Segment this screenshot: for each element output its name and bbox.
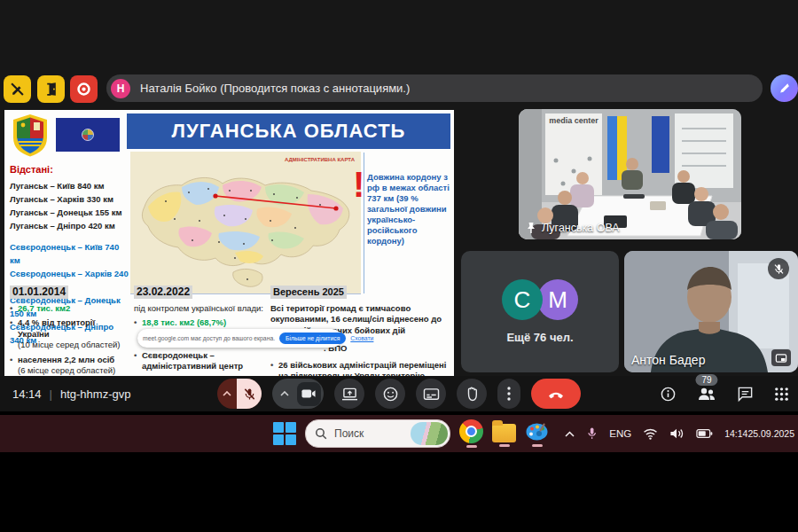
avatar: M bbox=[537, 279, 578, 320]
camera-options-chevron[interactable] bbox=[274, 379, 295, 409]
shared-screen-slide: ЛУГАНСЬКА ОБЛАСТЬ Відстані: Луганськ – К… bbox=[4, 110, 454, 377]
tray-overflow-chevron[interactable] bbox=[565, 431, 575, 437]
hide-notice-link[interactable]: Сховати bbox=[350, 335, 373, 341]
tray-mic-in-use[interactable] bbox=[586, 426, 598, 441]
population-line: (6 місце серед областей) bbox=[18, 365, 128, 377]
active-app-indicator bbox=[499, 444, 510, 447]
more-options-button[interactable] bbox=[497, 379, 520, 409]
flag-emblem-icon bbox=[82, 129, 94, 141]
search-icon bbox=[315, 427, 327, 440]
annotations-off-icon bbox=[10, 82, 25, 97]
map-caption: АДМІНІСТРАТИВНА КАРТА bbox=[285, 157, 356, 162]
presenter-banner[interactable]: Н Наталія Бойко (Проводится показ с анно… bbox=[106, 74, 763, 102]
video-tile-pinned[interactable]: media center bbox=[519, 109, 741, 239]
record-button[interactable] bbox=[70, 75, 98, 103]
presenter-avatar: Н bbox=[111, 79, 130, 98]
vpo-line: . ВПО bbox=[324, 343, 450, 355]
mic-options-chevron[interactable] bbox=[217, 379, 237, 409]
divider: | bbox=[50, 387, 52, 401]
start-button[interactable] bbox=[273, 422, 296, 445]
present-screen-button[interactable] bbox=[334, 379, 364, 409]
date-2025: Вересень 2025 bbox=[270, 286, 347, 299]
windows-taskbar: ENG 14:14 bbox=[0, 415, 798, 452]
more-vert-icon bbox=[507, 387, 511, 401]
search-input[interactable] bbox=[332, 426, 412, 441]
meeting-info: 14:14 | htg-hhmz-gvp bbox=[12, 376, 130, 411]
activities-button[interactable] bbox=[774, 387, 789, 402]
presenter-text: Наталія Бойко (Проводится показ с аннота… bbox=[140, 82, 410, 95]
date-2014: 01.01.2014 bbox=[10, 286, 68, 299]
conference-room-scene: media center bbox=[519, 109, 741, 239]
end-call-button[interactable] bbox=[531, 379, 581, 409]
pinned-tile-name: Луганська ОВА bbox=[542, 222, 620, 234]
population-line: населення 2,2 млн осіб bbox=[18, 355, 128, 366]
share-line: 4,4 % від території України bbox=[18, 317, 128, 340]
control-subtitle: під контролем української влади: bbox=[134, 303, 267, 315]
screen: Н Наталія Бойко (Проводится показ с анно… bbox=[0, 0, 798, 532]
distances-header: Відстані: bbox=[10, 163, 129, 176]
wifi-icon bbox=[643, 428, 658, 440]
taskbar-search[interactable] bbox=[305, 419, 450, 448]
warning-exclamation: ! bbox=[353, 167, 364, 202]
chrome-icon bbox=[459, 419, 483, 443]
pin-icon bbox=[526, 222, 536, 234]
meeting-details-button[interactable] bbox=[660, 386, 677, 403]
active-app-indicator bbox=[466, 445, 477, 448]
participants-button[interactable]: 79 bbox=[697, 386, 716, 402]
video-tile-speaker[interactable]: Антон Бадер bbox=[624, 251, 798, 372]
mic-mute-button[interactable] bbox=[217, 379, 262, 409]
column-2014: 01.01.2014 26,7 тис. км2 4,4 % від терит… bbox=[10, 286, 128, 377]
raise-hand-icon bbox=[465, 386, 480, 402]
screen-share-notice: meet.google.com має доступ до вашого екр… bbox=[137, 329, 341, 348]
muted-indicator bbox=[768, 258, 789, 279]
captions-icon bbox=[423, 387, 440, 402]
admin-center-line: адміністративний центр bbox=[142, 361, 267, 372]
battery-icon bbox=[696, 428, 713, 439]
captions-button[interactable] bbox=[416, 379, 446, 409]
info-icon bbox=[660, 386, 677, 403]
stop-sharing-button[interactable]: Більше не ділитися bbox=[279, 332, 346, 344]
taskbar-clock[interactable]: 14:14 25.09.2025 bbox=[724, 428, 794, 440]
distance-line: Луганськ – Дніпро 420 км bbox=[10, 219, 129, 232]
wifi-status[interactable] bbox=[643, 428, 658, 440]
slide-title: ЛУГАНСЬКА ОБЛАСТЬ bbox=[172, 120, 406, 143]
mic-icon bbox=[586, 426, 598, 441]
language-switcher[interactable]: ENG bbox=[609, 428, 631, 439]
search-daily-image[interactable] bbox=[411, 422, 448, 445]
annotations-off-button[interactable] bbox=[4, 75, 31, 103]
border-length-note: Довжина кордону з рф в межах області 737… bbox=[367, 172, 452, 246]
annotate-pen-button[interactable] bbox=[771, 74, 798, 102]
taskbar-paint[interactable] bbox=[525, 421, 549, 447]
reactions-button[interactable] bbox=[375, 379, 405, 409]
palette-icon bbox=[525, 421, 549, 442]
meeting-clock: 14:14 bbox=[12, 387, 42, 401]
battery-status[interactable] bbox=[696, 428, 713, 439]
taskbar-file-explorer[interactable] bbox=[492, 420, 516, 447]
luhansk-flag bbox=[56, 118, 120, 152]
end-call-icon bbox=[546, 385, 566, 403]
camera-button[interactable] bbox=[272, 379, 324, 409]
distance-line: Луганськ – Київ 840 км bbox=[10, 179, 129, 192]
mic-off-icon bbox=[243, 387, 256, 401]
avatar: C bbox=[502, 279, 543, 320]
taskbar-chrome[interactable] bbox=[459, 419, 483, 448]
date-2022: 23.02.2022 bbox=[134, 286, 192, 299]
luhansk-coat-of-arms bbox=[10, 113, 51, 158]
raise-hand-button[interactable] bbox=[457, 379, 487, 409]
military-admins-line: 26 військових адміністрацій переміщені н… bbox=[270, 360, 450, 378]
share-notice-message: meet.google.com має доступ до вашого екр… bbox=[143, 335, 275, 341]
record-icon bbox=[76, 82, 91, 97]
area-2022: 18,8 тис. км2 (68,7%) bbox=[134, 317, 267, 329]
ukraine-map: АДМІНІСТРАТИВНА КАРТА bbox=[130, 152, 361, 294]
exit-annotation-button[interactable] bbox=[37, 75, 65, 103]
windows-logo-icon bbox=[273, 422, 296, 445]
backdrop-text: media center bbox=[549, 116, 598, 125]
chat-button[interactable] bbox=[737, 386, 754, 403]
distance-line: Луганськ – Харків 330 км bbox=[10, 192, 129, 206]
others-count-label: Ещё 76 чел. bbox=[506, 331, 573, 344]
volume-status[interactable] bbox=[669, 427, 685, 440]
share-line: (10 місце серед областей) bbox=[18, 340, 128, 351]
mic-off-icon bbox=[773, 263, 785, 275]
expand-tile-button[interactable] bbox=[771, 349, 791, 366]
video-tile-others[interactable]: C M Ещё 76 чел. bbox=[461, 251, 619, 372]
